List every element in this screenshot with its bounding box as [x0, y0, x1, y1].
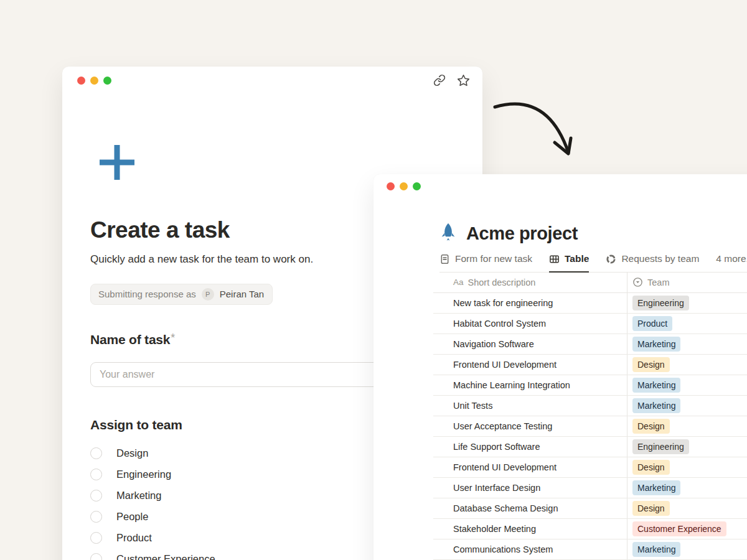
radio-label: Customer Experience: [116, 553, 215, 560]
rocket-icon: [439, 223, 457, 244]
tab-more-views[interactable]: 4 more...: [716, 253, 747, 271]
table-row[interactable]: Life Support Software Engineering: [433, 437, 747, 457]
radio-circle[interactable]: [90, 511, 102, 523]
table-window: Acme project Form for new task Table: [374, 174, 747, 560]
table-row[interactable]: Frontend UI Development Design: [433, 457, 747, 478]
minimize-button[interactable]: [400, 182, 408, 190]
team-tag: Marketing: [632, 337, 680, 352]
team-tag: Design: [632, 357, 670, 372]
table-body: New task for engineering Engineering Hab…: [433, 293, 747, 560]
tab-form-for-new-task[interactable]: Form for new task: [439, 253, 532, 271]
radio-circle[interactable]: [90, 532, 102, 544]
radio-circle[interactable]: [90, 447, 102, 459]
row-description: Communications System: [433, 539, 627, 559]
radio-circle[interactable]: [90, 553, 102, 560]
tab-requests-by-team[interactable]: Requests by team: [606, 253, 699, 271]
form-icon: [439, 254, 450, 264]
radio-label: Engineering: [116, 469, 171, 480]
row-description: Frontend UI Development: [433, 457, 627, 477]
row-description: Unit Tests: [433, 396, 627, 416]
chip-prefix: Submitting response as: [98, 289, 196, 299]
row-description: New task for engineering: [433, 293, 627, 313]
table-window-titlebar: [374, 174, 747, 198]
team-tag: Design: [632, 501, 670, 516]
arrow-annotation: [486, 93, 585, 165]
row-description: Life Support Software: [433, 437, 627, 457]
submitting-as-chip: Submitting response as P Peiran Tan: [90, 284, 273, 305]
tab-table[interactable]: Table: [549, 253, 589, 273]
link-icon[interactable]: [433, 74, 446, 86]
traffic-lights: [77, 77, 111, 85]
table-row[interactable]: User Acceptance Testing Design: [433, 416, 747, 437]
radio-label: Marketing: [116, 490, 161, 502]
close-button[interactable]: [77, 77, 85, 85]
radio-label: Design: [116, 447, 148, 459]
minimize-button[interactable]: [90, 77, 98, 85]
close-button[interactable]: [387, 182, 395, 190]
row-description: Frontend UI Development: [433, 355, 627, 375]
radio-label: People: [116, 511, 148, 523]
radio-label: Product: [116, 532, 152, 544]
row-description: Machine Learning Integration: [433, 375, 627, 395]
row-description: User Acceptance Testing: [433, 416, 627, 436]
team-tag: Engineering: [632, 296, 689, 310]
form-window-titlebar: [62, 67, 482, 94]
text-property-icon: Aa: [453, 278, 464, 287]
radio-circle[interactable]: [90, 490, 102, 502]
zoom-button[interactable]: [413, 182, 421, 190]
table-row[interactable]: Unit Tests Marketing: [433, 396, 747, 416]
table-row[interactable]: New task for engineering Engineering: [433, 293, 747, 314]
team-tag: Product: [632, 316, 672, 331]
table-row[interactable]: Frontend UI Development Design: [433, 355, 747, 375]
row-description: Habitat Control System: [433, 314, 627, 334]
select-property-icon: [632, 277, 643, 287]
column-header-description[interactable]: Aa Short description: [433, 273, 627, 292]
row-description: Stakeholder Meeting: [433, 519, 627, 539]
team-tag: Engineering: [632, 439, 689, 454]
chart-donut-icon: [606, 254, 616, 264]
zoom-button[interactable]: [103, 77, 111, 85]
team-tag: Marketing: [632, 480, 680, 495]
table-row[interactable]: User Interface Design Marketing: [433, 478, 747, 498]
team-tag: Marketing: [632, 398, 680, 413]
required-asterisk: *: [171, 332, 175, 344]
table-row[interactable]: Machine Learning Integration Marketing: [433, 375, 747, 396]
team-tag: Marketing: [632, 542, 680, 557]
table-row[interactable]: Navigation Software Marketing: [433, 334, 747, 355]
team-tag: Design: [632, 419, 670, 434]
table-icon: [549, 254, 560, 264]
team-tag: Customer Experience: [632, 521, 726, 536]
table-header-row: Aa Short description Team: [433, 273, 747, 293]
row-description: User Interface Design: [433, 478, 627, 498]
row-description: Navigation Software: [433, 334, 627, 354]
view-tabs: Form for new task Table Requests by team: [439, 253, 747, 273]
traffic-lights: [387, 182, 421, 190]
user-name: Peiran Tan: [220, 289, 264, 299]
table-row[interactable]: Stakeholder Meeting Customer Experience: [433, 519, 747, 539]
avatar: P: [202, 288, 214, 301]
column-header-team[interactable]: Team: [627, 273, 747, 292]
star-icon[interactable]: [457, 74, 470, 87]
radio-circle[interactable]: [90, 469, 102, 480]
table-row[interactable]: Habitat Control System Product: [433, 314, 747, 334]
row-description: Database Schema Design: [433, 498, 627, 518]
table-row[interactable]: Database Schema Design Design: [433, 498, 747, 519]
team-tag: Marketing: [632, 378, 680, 393]
table-row[interactable]: Communications System Marketing: [433, 539, 747, 560]
database-table: Aa Short description Team New task for e…: [433, 273, 747, 560]
doc-title: Acme project: [466, 223, 578, 244]
team-tag: Design: [632, 460, 670, 475]
plus-icon: [98, 144, 136, 181]
desktop-background: Create a task Quickly add a new task for…: [0, 0, 747, 560]
